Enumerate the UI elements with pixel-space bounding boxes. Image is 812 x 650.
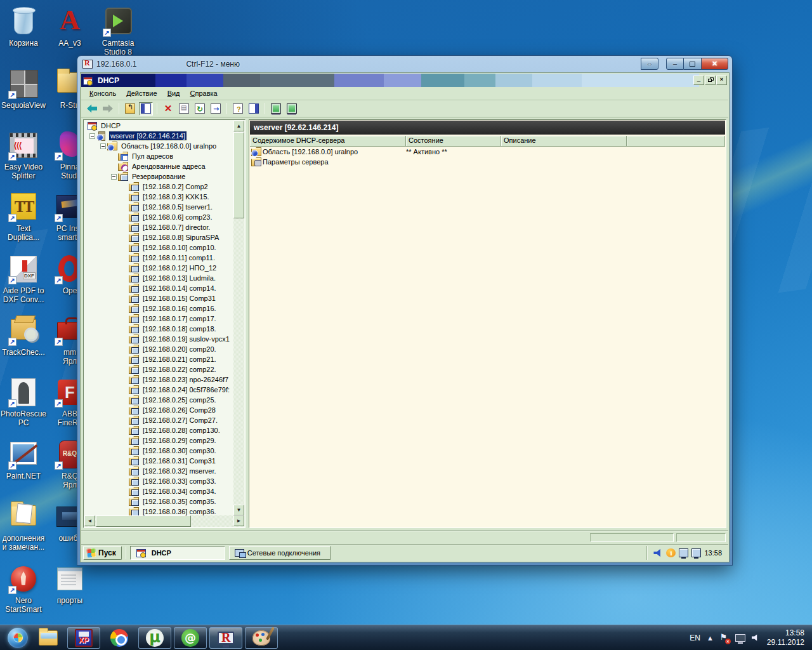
- tree-item[interactable]: [192.168.0.19] suslov-vpcx1: [84, 334, 233, 344]
- menu-Консоль[interactable]: Консоль: [85, 88, 121, 98]
- column-header-2[interactable]: Состояние: [406, 136, 501, 147]
- action-center-flag-icon[interactable]: [720, 633, 729, 642]
- xp-task-DHCP[interactable]: DHCP: [130, 546, 225, 560]
- fullscreen-toggle-button[interactable]: ⇔: [641, 58, 658, 70]
- scroll-up-button[interactable]: ▲: [233, 121, 244, 131]
- desktop-icon-camtasia[interactable]: ↗CamtasiaStudio 8: [93, 6, 143, 56]
- tree-item[interactable]: [192.168.0.12] НПО_12: [84, 263, 233, 273]
- horizontal-scroll-thumb[interactable]: [96, 515, 191, 527]
- desktop-icon-easy-video[interactable]: ↗Easy VideoSplitter: [0, 130, 48, 180]
- toolbar-button-show-action-pane-icon[interactable]: [247, 102, 261, 116]
- tree-expander-slot[interactable]: [99, 143, 107, 149]
- tree-item[interactable]: [192.168.0.22] comp22.: [84, 364, 233, 375]
- tree-item[interactable]: Пул адресов: [84, 151, 233, 161]
- desktop-icon-pdf-dxf[interactable]: ↗Aide PDF toDXF Conv...: [0, 254, 48, 304]
- details-row[interactable]: Область [192.168.0.0] uralnpo** Активно …: [250, 147, 725, 157]
- tree-vertical-scrollbar[interactable]: ▲ ▼: [233, 121, 244, 515]
- network-pc-icon[interactable]: [691, 548, 701, 557]
- tree-item[interactable]: [192.168.0.11] comp11.: [84, 253, 233, 263]
- desktop-icon-photorescue[interactable]: ↗PhotoRescuePC: [0, 377, 48, 427]
- vertical-scroll-thumb[interactable]: [233, 132, 244, 218]
- tree-item[interactable]: [192.168.0.33] comp33.: [84, 476, 233, 486]
- taskbar-button-chrome[interactable]: [103, 627, 136, 649]
- mmc-minimize-button[interactable]: _: [693, 76, 704, 85]
- radmin-title-bar[interactable]: 192.168.0.1 Ctrl-F12 - меню ⇔ – ✕: [77, 56, 732, 72]
- taskbar-button-explorer[interactable]: [32, 627, 65, 649]
- desktop-icon-paintnet[interactable]: ↗Paint.NET: [0, 439, 48, 481]
- tree-item[interactable]: [192.168.0.10] comp10.: [84, 242, 233, 253]
- toolbar-button-display-statistics-icon[interactable]: [269, 102, 283, 116]
- column-header-4[interactable]: [627, 136, 725, 147]
- tree-expander-slot[interactable]: [110, 174, 118, 180]
- desktop-icon-sequoiaview[interactable]: ↗SequoiaView: [0, 69, 48, 110]
- network-pc-icon[interactable]: [679, 548, 688, 557]
- language-indicator[interactable]: EN: [690, 633, 700, 642]
- toolbar-button-refresh-icon[interactable]: [193, 102, 207, 116]
- tree-item[interactable]: [192.168.0.34] comp34.: [84, 486, 233, 496]
- tree-item[interactable]: [192.168.0.5] tserver1.: [84, 202, 233, 212]
- scroll-down-button[interactable]: ▼: [233, 505, 244, 515]
- tree-item[interactable]: wserver [92.62.146.214]: [84, 131, 233, 141]
- tree-item[interactable]: DHCP: [84, 121, 233, 131]
- network-icon[interactable]: [735, 634, 745, 642]
- details-row[interactable]: Параметры сервера: [250, 157, 725, 167]
- desktop-icon-folder-docs[interactable]: дополненияи замечан...: [0, 501, 48, 552]
- tree-item[interactable]: [192.168.0.31] Comp31: [84, 456, 233, 466]
- tree-item[interactable]: Область [192.168.0.0] uralnpo: [84, 141, 233, 151]
- tree-item[interactable]: [192.168.0.7] director.: [84, 222, 233, 232]
- tree-item[interactable]: [192.168.0.35] comp35.: [84, 496, 233, 507]
- tree-item[interactable]: Арендованные адреса: [84, 161, 233, 171]
- hidden-icons-arrow[interactable]: ▲: [707, 634, 714, 642]
- desktop-icon-window-light[interactable]: прорты: [45, 564, 95, 605]
- taskbar-clock[interactable]: 13:58 29.11.2012: [767, 628, 804, 647]
- tree-item[interactable]: [192.168.0.13] Ludmila.: [84, 273, 233, 283]
- tree-item[interactable]: [192.168.0.29] comp29.: [84, 435, 233, 446]
- close-button[interactable]: ✕: [702, 58, 728, 70]
- tree-item[interactable]: [192.168.0.36] comp36.: [84, 507, 233, 515]
- column-header-3[interactable]: Описание: [501, 136, 627, 147]
- menu-Вид[interactable]: Вид: [163, 88, 185, 98]
- menu-Действие[interactable]: Действие: [122, 88, 161, 98]
- scroll-left-button[interactable]: ◄: [84, 515, 95, 526]
- taskbar-button-radmin-viewer[interactable]: [209, 627, 242, 649]
- mmc-restore-button[interactable]: [705, 76, 716, 85]
- desktop-icon-text-dup[interactable]: ↗TextDuplica...: [0, 192, 48, 242]
- tree-expander[interactable]: [111, 174, 117, 180]
- tree-item[interactable]: [192.168.0.3] KXK15.: [84, 192, 233, 202]
- tree-item[interactable]: [192.168.0.14] comp14.: [84, 283, 233, 293]
- toolbar-button-back-arrow-icon[interactable]: [85, 102, 99, 116]
- tree-item[interactable]: [192.168.0.27] Comp27.: [84, 415, 233, 425]
- toolbar-button-delete-icon[interactable]: [161, 102, 175, 116]
- info-icon[interactable]: [666, 548, 676, 557]
- tree-item[interactable]: [192.168.0.2] Comp2: [84, 182, 233, 192]
- tree-item[interactable]: [192.168.0.24] 0c5f786e79f:: [84, 385, 233, 395]
- toolbar-button-help-icon[interactable]: [231, 102, 245, 116]
- tree-item[interactable]: [192.168.0.8] SipuraSPA: [84, 232, 233, 242]
- toolbar-button-up-one-level-icon[interactable]: [123, 102, 137, 116]
- tree-item[interactable]: [192.168.0.17] comp17.: [84, 314, 233, 324]
- scroll-right-button[interactable]: ►: [233, 515, 244, 526]
- taskbar-button-xp-setup[interactable]: [67, 627, 100, 649]
- tree-item[interactable]: [192.168.0.26] Comp28: [84, 405, 233, 415]
- tree-item[interactable]: [192.168.0.23] npo-26246f7: [84, 375, 233, 385]
- tree-expander[interactable]: [89, 133, 95, 139]
- desktop-icon-trackchecker[interactable]: ↗TrackChec...: [0, 315, 48, 357]
- toolbar-button-forward-arrow-icon[interactable]: [101, 102, 115, 116]
- volume-icon[interactable]: [752, 634, 761, 642]
- tree-expander-slot[interactable]: [88, 133, 96, 139]
- tree-item[interactable]: [192.168.0.6] comp23.: [84, 212, 233, 222]
- tree-item[interactable]: [192.168.0.25] comp25.: [84, 395, 233, 405]
- desktop-icon-aa-v3[interactable]: AA_v3: [45, 6, 95, 48]
- tree-horizontal-scrollbar[interactable]: ◄ ►: [84, 515, 244, 527]
- minimize-button[interactable]: –: [666, 58, 684, 70]
- column-header-1[interactable]: Содержимое DHCP-сервера: [250, 136, 406, 147]
- volume-icon[interactable]: [653, 548, 663, 557]
- tree-item[interactable]: [192.168.0.16] comp16.: [84, 303, 233, 314]
- mmc-close-button[interactable]: ×: [716, 76, 727, 85]
- xp-task-Сетевые подключения[interactable]: Сетевые подключения: [229, 546, 331, 560]
- desktop-icon-nero[interactable]: ↗NeroStartSmart: [0, 564, 48, 614]
- tree-item[interactable]: [192.168.0.21] comp21.: [84, 354, 233, 364]
- tree-item[interactable]: [192.168.0.15] Comp31: [84, 293, 233, 303]
- xp-start-button[interactable]: Пуск: [83, 546, 122, 560]
- desktop-icon-recycle-bin[interactable]: Корзина: [0, 6, 48, 48]
